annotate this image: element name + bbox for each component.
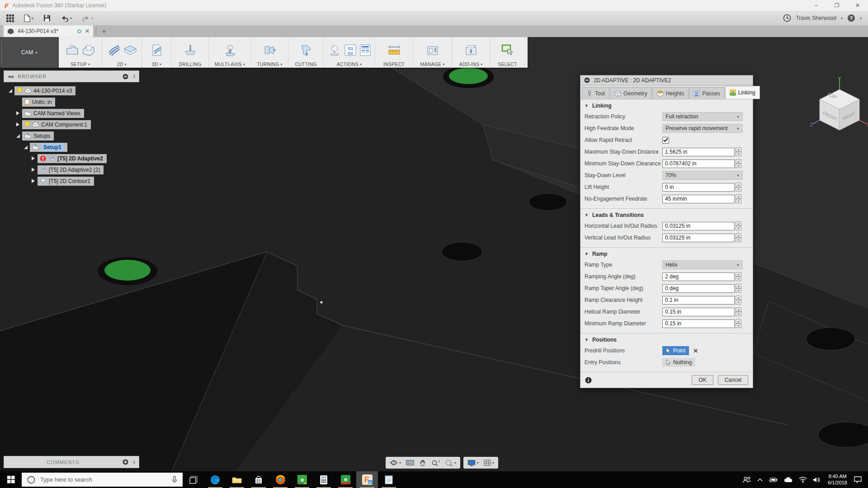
tree-item-setup1[interactable]: Setup1 — [4, 141, 139, 153]
spin-up-icon[interactable]: ▲ — [736, 307, 741, 312]
undo-button[interactable]: ▾ — [61, 15, 72, 22]
section-header[interactable]: ▼Linking — [585, 101, 749, 111]
tree-item-chip[interactable]: CAM Component:1 — [22, 120, 91, 129]
dropdown-retraction-policy[interactable]: Full retraction▼ — [662, 112, 743, 121]
ribbon-group-drilling[interactable]: DRILLING — [172, 37, 209, 68]
spin-up-icon[interactable]: ▲ — [736, 221, 741, 226]
info-icon[interactable] — [585, 377, 592, 384]
spin-up-icon[interactable]: ▲ — [736, 194, 741, 199]
volume-icon[interactable] — [813, 477, 821, 483]
redo-button[interactable]: ▾ — [82, 15, 93, 22]
input-minimum-stay-down-clearance[interactable] — [662, 160, 735, 168]
taskbar-task-view-button[interactable] — [183, 471, 204, 488]
checkbox-allow-rapid-retract[interactable] — [662, 137, 669, 144]
tree-item-chip[interactable]: [T5] 2D Adaptive2 (2) — [38, 165, 104, 174]
r-turning-icon[interactable] — [263, 44, 277, 56]
expand-comments-icon[interactable] — [123, 459, 128, 465]
nav-pan-button[interactable] — [419, 459, 426, 466]
r-addins-icon[interactable] — [465, 44, 477, 56]
selection-button-entry-positions[interactable]: Nothing — [662, 358, 695, 367]
ribbon-group-add-ins[interactable]: ADD-INS▾ — [452, 37, 490, 68]
r-cutting-icon[interactable] — [299, 44, 313, 56]
spin-down-icon[interactable]: ▼ — [736, 324, 741, 328]
taskbar-edge-button[interactable] — [204, 471, 226, 488]
section-header[interactable]: ▼Positions — [585, 335, 749, 345]
spinner-buttons[interactable]: ▲▼ — [736, 307, 741, 316]
help-caret-icon[interactable]: ▾ — [860, 16, 862, 20]
tree-item-cam-component-1[interactable]: CAM Component:1 — [4, 119, 139, 130]
tree-item--t5-2d-adaptive2[interactable]: [T5] 2D Adaptive2 — [4, 153, 139, 164]
spinner-buttons[interactable]: ▲▼ — [736, 319, 741, 328]
spin-down-icon[interactable]: ▼ — [736, 277, 741, 281]
tree-item--t5-2d-adaptive2-2-[interactable]: [T5] 2D Adaptive2 (2) — [4, 164, 139, 175]
spin-down-icon[interactable]: ▼ — [736, 164, 741, 168]
nav-window-zoom-button[interactable]: ▾ — [445, 459, 456, 466]
ribbon-group-cutting[interactable]: CUTTING — [288, 37, 324, 68]
tree-item-chip[interactable]: Setup1 — [30, 143, 67, 152]
r-post-icon[interactable]: G1G2 — [344, 44, 357, 56]
r-setup-icon[interactable] — [66, 44, 79, 56]
r-sheet-icon[interactable] — [359, 44, 371, 56]
r-2d-pocket-icon[interactable] — [123, 44, 137, 56]
spin-up-icon[interactable]: ▲ — [736, 159, 741, 164]
input-ramping-angle-deg-[interactable] — [662, 272, 735, 281]
taskbar-clock[interactable]: 8:40 AM 6/1/2018 — [828, 474, 847, 486]
tree-item--t5-2d-contour1[interactable]: [T5] 2D Contour1 — [4, 175, 139, 187]
save-button[interactable] — [43, 14, 51, 22]
input-vertical-lead-in-out-radius[interactable] — [662, 234, 735, 242]
taskbar-search-input[interactable]: Type here to search — [22, 473, 183, 487]
ribbon-group-actions[interactable]: G1G2ACTIONS▾ — [324, 37, 375, 68]
spinner-buttons[interactable]: ▲▼ — [736, 147, 741, 156]
taskbar-app-e-green-button[interactable]: e — [291, 471, 313, 488]
ribbon-group-3d[interactable]: 3D▾ — [142, 37, 172, 68]
spin-down-icon[interactable]: ▼ — [736, 238, 741, 242]
tree-item-setups[interactable]: Setups — [4, 130, 139, 141]
taskbar-file-explorer-button[interactable] — [226, 471, 248, 488]
twisty-closed-icon[interactable] — [30, 167, 36, 172]
r-setup-new-icon[interactable] — [82, 44, 95, 56]
twisty-open-icon[interactable] — [7, 89, 13, 93]
user-account-menu[interactable]: Travis Sherwood — [796, 15, 836, 21]
spin-down-icon[interactable]: ▼ — [736, 226, 741, 230]
app-grid-icon[interactable] — [6, 14, 14, 22]
ribbon-group-2d[interactable]: 2D▾ — [102, 37, 142, 68]
taskbar-firefox-button[interactable] — [269, 471, 291, 488]
document-tab[interactable]: 44-130-P014 v3* ✕ — [4, 25, 93, 37]
input-no-engagement-feedrate[interactable] — [662, 195, 735, 203]
tree-item-cam-named-views[interactable]: CAM Named Views — [4, 108, 139, 119]
battery-icon[interactable] — [769, 477, 778, 483]
ribbon-group-multi-axis[interactable]: MULTI-AXIS▾ — [209, 37, 251, 68]
collapse-panel-icon[interactable]: ◀◀ — [8, 75, 13, 79]
tab-heights[interactable]: Heights — [652, 87, 689, 99]
spinner-buttons[interactable]: ▲▼ — [736, 233, 741, 242]
taskbar-microsoft-store-button[interactable] — [248, 471, 269, 488]
input-maximum-stay-down-distance[interactable] — [662, 148, 735, 156]
dropdown-ramp-type[interactable]: Helix▼ — [662, 260, 743, 269]
nav-grid-button[interactable]: ▾ — [484, 460, 494, 466]
tree-item-chip[interactable]: [T5] 2D Contour1 — [38, 177, 94, 186]
tab-passes[interactable]: Passes — [689, 87, 724, 99]
people-icon[interactable] — [742, 476, 751, 483]
comments-bar[interactable]: COMMENTS ‖ — [4, 456, 139, 468]
tree-item-units-in[interactable]: Units: in — [4, 96, 139, 108]
spin-up-icon[interactable]: ▲ — [736, 296, 741, 300]
spin-up-icon[interactable]: ▲ — [736, 233, 741, 238]
spin-down-icon[interactable]: ▼ — [736, 312, 741, 316]
input-helical-ramp-diameter[interactable] — [662, 308, 735, 316]
spinner-buttons[interactable]: ▲▼ — [736, 284, 741, 293]
file-menu-button[interactable]: ▾ — [24, 14, 33, 22]
tree-item-44-130-p014-v3[interactable]: 44-130-P014 v3 — [4, 85, 139, 96]
ribbon-group-manage[interactable]: MANAGE▾ — [413, 37, 452, 68]
spinner-buttons[interactable]: ▲▼ — [736, 194, 741, 203]
ribbon-group-select[interactable]: SELECT — [490, 37, 525, 68]
r-simulate-icon[interactable] — [328, 44, 341, 56]
tree-item-chip[interactable]: [T5] 2D Adaptive2 — [38, 154, 107, 163]
spin-up-icon[interactable]: ▲ — [736, 147, 741, 152]
spinner-buttons[interactable]: ▲▼ — [736, 221, 741, 230]
twisty-closed-icon[interactable] — [30, 178, 36, 183]
twisty-open-icon[interactable] — [15, 134, 21, 138]
selection-button-predrill-positions[interactable]: Point — [662, 346, 689, 355]
help-icon[interactable]: ? — [847, 14, 855, 22]
tree-item-chip[interactable]: 44-130-P014 v3 — [14, 86, 75, 95]
r-2d-adaptive-icon[interactable] — [107, 44, 121, 56]
